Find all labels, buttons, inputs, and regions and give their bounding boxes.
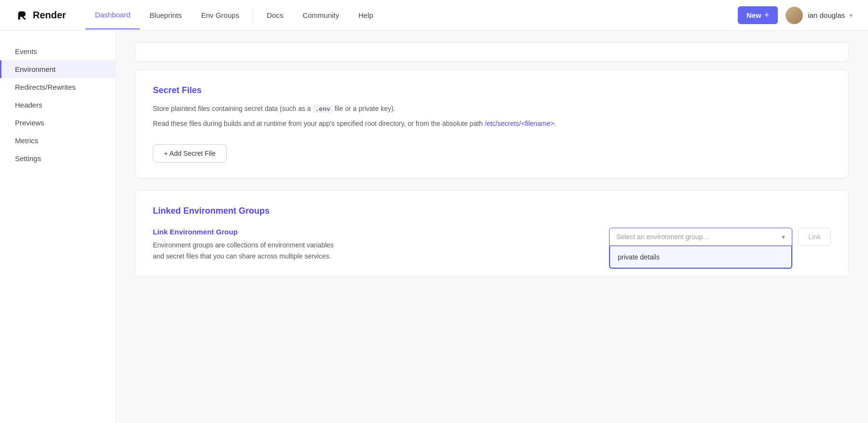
desc1-post: file or a private key). [333, 105, 395, 112]
nav-dashboard[interactable]: Dashboard [85, 1, 140, 29]
sidebar-item-metrics[interactable]: Metrics [0, 132, 115, 150]
sidebar-item-environment[interactable]: Environment [0, 60, 115, 78]
header-right: New + ian douglas ▾ [738, 6, 853, 24]
logo[interactable]: Render [15, 9, 66, 22]
add-secret-file-button[interactable]: + Add Secret File [153, 144, 227, 163]
avatar-image [786, 7, 803, 24]
new-button-label: New [746, 11, 761, 19]
nav-community[interactable]: Community [293, 1, 349, 29]
secret-files-desc1: Store plaintext files containing secret … [153, 103, 831, 114]
link-env-right: Select an environment group... ▾ private… [609, 228, 831, 246]
desc2-pre: Read these files during builds and at ru… [153, 120, 485, 127]
nav-env-groups[interactable]: Env Groups [191, 1, 249, 29]
nav-docs[interactable]: Docs [257, 1, 293, 29]
link-button[interactable]: Link [798, 228, 831, 246]
nav-divider [253, 9, 253, 22]
chevron-down-icon: ▾ [782, 233, 785, 241]
sidebar-item-redirects-rewrites[interactable]: Redirects/Rewrites [0, 78, 115, 96]
sidebar-item-events[interactable]: Events [0, 42, 115, 60]
logo-text: Render [33, 10, 66, 21]
logo-icon [15, 9, 29, 22]
nav-help[interactable]: Help [349, 1, 383, 29]
dropdown-option-private-details[interactable]: private details [610, 246, 791, 268]
env-group-select-trigger[interactable]: Select an environment group... ▾ [609, 228, 792, 246]
main-content: Secret Files Store plaintext files conta… [116, 31, 868, 423]
desc2-post: . [555, 120, 556, 127]
header: Render Dashboard Blueprints Env Groups D… [0, 0, 868, 31]
sidebar-item-previews[interactable]: Previews [0, 114, 115, 132]
sidebar-item-headers[interactable]: Headers [0, 96, 115, 114]
main-nav: Dashboard Blueprints Env Groups Docs Com… [85, 1, 383, 29]
sidebar: Events Environment Redirects/Rewrites He… [0, 31, 116, 423]
env-group-dropdown: private details [609, 246, 792, 269]
chevron-down-icon: ▾ [850, 12, 853, 19]
env-group-select-wrapper: Select an environment group... ▾ private… [609, 228, 792, 246]
layout: Events Environment Redirects/Rewrites He… [0, 31, 868, 423]
nav-blueprints[interactable]: Blueprints [140, 1, 191, 29]
link-env-desc: Environment groups are collections of en… [153, 240, 346, 261]
avatar [786, 7, 803, 24]
plus-icon: + [764, 10, 770, 20]
sidebar-item-settings[interactable]: Settings [0, 150, 115, 167]
top-card [135, 42, 849, 62]
secret-files-title: Secret Files [153, 85, 831, 96]
link-env-label: Link Environment Group [153, 228, 594, 236]
secret-files-card: Secret Files Store plaintext files conta… [135, 69, 849, 178]
link-env-left: Link Environment Group Environment group… [153, 228, 594, 261]
new-button[interactable]: New + [738, 6, 778, 24]
desc1-code: .env [313, 105, 333, 113]
desc1-pre: Store plaintext files containing secret … [153, 105, 313, 112]
secret-files-desc2: Read these files during builds and at ru… [153, 118, 831, 129]
desc2-link[interactable]: /etc/secrets/<filename> [485, 120, 555, 127]
linked-env-groups-card: Linked Environment Groups Link Environme… [135, 190, 849, 277]
user-area[interactable]: ian douglas ▾ [786, 7, 853, 24]
linked-env-groups-title: Linked Environment Groups [153, 206, 831, 216]
select-placeholder: Select an environment group... [616, 233, 708, 241]
link-env-row: Link Environment Group Environment group… [153, 228, 831, 261]
add-secret-file-label: + Add Secret File [164, 150, 216, 157]
user-name: ian douglas [808, 11, 845, 19]
